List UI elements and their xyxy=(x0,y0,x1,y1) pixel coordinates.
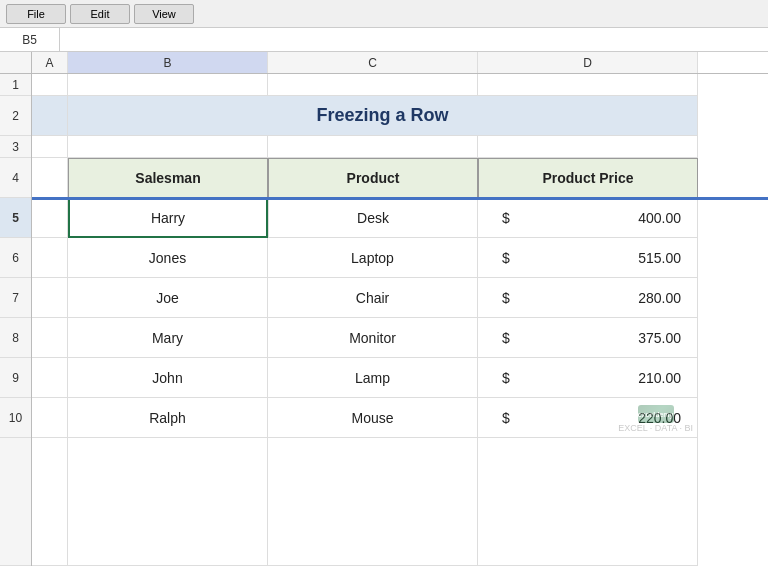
cell-10b-ralph[interactable]: Ralph xyxy=(68,398,268,438)
toolbar-btn-1[interactable]: File xyxy=(6,4,66,24)
currency-symbol: $ xyxy=(502,330,510,346)
cell-7a[interactable] xyxy=(32,278,68,318)
col-headers: A B C D xyxy=(32,52,768,74)
cell-7d-price[interactable]: $ 280.00 xyxy=(478,278,698,318)
cell-9c-lamp[interactable]: Lamp xyxy=(268,358,478,398)
col-header-c[interactable]: C xyxy=(268,52,478,73)
currency-symbol: $ xyxy=(502,250,510,266)
row-header-2[interactable]: 2 xyxy=(0,96,31,136)
table-row: John Lamp $ 210.00 xyxy=(32,358,768,398)
row-header-7[interactable]: 7 xyxy=(0,278,31,318)
cell-1b[interactable] xyxy=(68,74,268,96)
row-header-3[interactable]: 3 xyxy=(0,136,31,158)
currency-symbol: $ xyxy=(502,410,510,426)
table-row: Harry Desk $ 400.00 xyxy=(32,198,768,238)
table-row: Jones Laptop $ 515.00 xyxy=(32,238,768,278)
cell-6c-laptop[interactable]: Laptop xyxy=(268,238,478,278)
spreadsheet: File Edit View B5 1 2 3 4 5 6 7 8 9 10 xyxy=(0,0,768,566)
cell-5a[interactable] xyxy=(32,198,68,238)
cell-4b-salesman[interactable]: Salesman xyxy=(68,158,268,198)
table-row: Salesman Product Product Price xyxy=(32,158,768,198)
empty-b[interactable] xyxy=(68,438,268,566)
empty-row xyxy=(32,438,768,566)
cell-5d-price[interactable]: $ 400.00 xyxy=(478,198,698,238)
cell-1a[interactable] xyxy=(32,74,68,96)
cell-8b-mary[interactable]: Mary xyxy=(68,318,268,358)
cell-8d-price[interactable]: $ 375.00 xyxy=(478,318,698,358)
cell-9b-john[interactable]: John xyxy=(68,358,268,398)
cell-3a[interactable] xyxy=(32,136,68,158)
toolbar-btn-2[interactable]: Edit xyxy=(70,4,130,24)
price-value: 400.00 xyxy=(638,210,681,226)
cell-10a[interactable] xyxy=(32,398,68,438)
empty-d[interactable] xyxy=(478,438,698,566)
toolbar: File Edit View xyxy=(0,0,768,28)
row-header-5[interactable]: 5 xyxy=(0,198,31,238)
watermark-logo: exceldemy xyxy=(638,405,674,423)
price-value: 375.00 xyxy=(638,330,681,346)
cell-10d-price[interactable]: $ 220.00 exceldemy EXCEL · DATA · BI xyxy=(478,398,698,438)
grid-rows: Freezing a Row Salesman Product Product … xyxy=(32,74,768,566)
table-row xyxy=(32,136,768,158)
corner-cell xyxy=(0,52,31,74)
cell-6d-price[interactable]: $ 515.00 xyxy=(478,238,698,278)
col-header-a[interactable]: A xyxy=(32,52,68,73)
cell-5b-harry[interactable]: Harry xyxy=(68,198,268,238)
row-header-1[interactable]: 1 xyxy=(0,74,31,96)
empty-a[interactable] xyxy=(32,438,68,566)
cell-5c-desk[interactable]: Desk xyxy=(268,198,478,238)
cell-4d-price[interactable]: Product Price xyxy=(478,158,698,198)
cell-7b-joe[interactable]: Joe xyxy=(68,278,268,318)
row-header-6[interactable]: 6 xyxy=(0,238,31,278)
table-row: Joe Chair $ 280.00 xyxy=(32,278,768,318)
watermark-text: exceldemy xyxy=(638,411,674,418)
cell-4a[interactable] xyxy=(32,158,68,198)
cell-1c[interactable] xyxy=(268,74,478,96)
price-value: 210.00 xyxy=(638,370,681,386)
grid-area: 1 2 3 4 5 6 7 8 9 10 A B C D xyxy=(0,52,768,566)
cell-6a[interactable] xyxy=(32,238,68,278)
row-headers: 1 2 3 4 5 6 7 8 9 10 xyxy=(0,52,32,566)
columns-area: A B C D Freezing a Row xyxy=(32,52,768,566)
cell-9a[interactable] xyxy=(32,358,68,398)
cell-1d[interactable] xyxy=(478,74,698,96)
currency-symbol: $ xyxy=(502,370,510,386)
table-row: Ralph Mouse $ 220.00 exceldemy EXCEL · D… xyxy=(32,398,768,438)
formula-bar: B5 xyxy=(0,28,768,52)
currency-symbol: $ xyxy=(502,290,510,306)
table-row: Mary Monitor $ 375.00 xyxy=(32,318,768,358)
cell-8c-monitor[interactable]: Monitor xyxy=(268,318,478,358)
cell-2a[interactable] xyxy=(32,96,68,136)
cell-6b-jones[interactable]: Jones xyxy=(68,238,268,278)
cell-10c-mouse[interactable]: Mouse xyxy=(268,398,478,438)
name-box[interactable]: B5 xyxy=(0,28,60,51)
cell-4c-product[interactable]: Product xyxy=(268,158,478,198)
row-header-10[interactable]: 10 xyxy=(0,398,31,438)
col-header-d[interactable]: D xyxy=(478,52,698,73)
cell-3c[interactable] xyxy=(268,136,478,158)
row-header-11[interactable] xyxy=(0,438,31,566)
cell-3d[interactable] xyxy=(478,136,698,158)
cell-9d-price[interactable]: $ 210.00 xyxy=(478,358,698,398)
col-header-b[interactable]: B xyxy=(68,52,268,73)
currency-symbol: $ xyxy=(502,210,510,226)
row-header-4[interactable]: 4 xyxy=(0,158,31,198)
cell-7c-chair[interactable]: Chair xyxy=(268,278,478,318)
row-header-9[interactable]: 9 xyxy=(0,358,31,398)
cell-3b[interactable] xyxy=(68,136,268,158)
price-value: 515.00 xyxy=(638,250,681,266)
title-cell[interactable]: Freezing a Row xyxy=(68,96,698,136)
row-header-8[interactable]: 8 xyxy=(0,318,31,358)
watermark-sub: EXCEL · DATA · BI xyxy=(618,423,693,433)
freeze-line xyxy=(32,197,768,200)
toolbar-btn-3[interactable]: View xyxy=(134,4,194,24)
price-value: 280.00 xyxy=(638,290,681,306)
table-row: Freezing a Row xyxy=(32,96,768,136)
empty-c[interactable] xyxy=(268,438,478,566)
watermark: exceldemy EXCEL · DATA · BI xyxy=(618,405,693,433)
table-row xyxy=(32,74,768,96)
cell-8a[interactable] xyxy=(32,318,68,358)
